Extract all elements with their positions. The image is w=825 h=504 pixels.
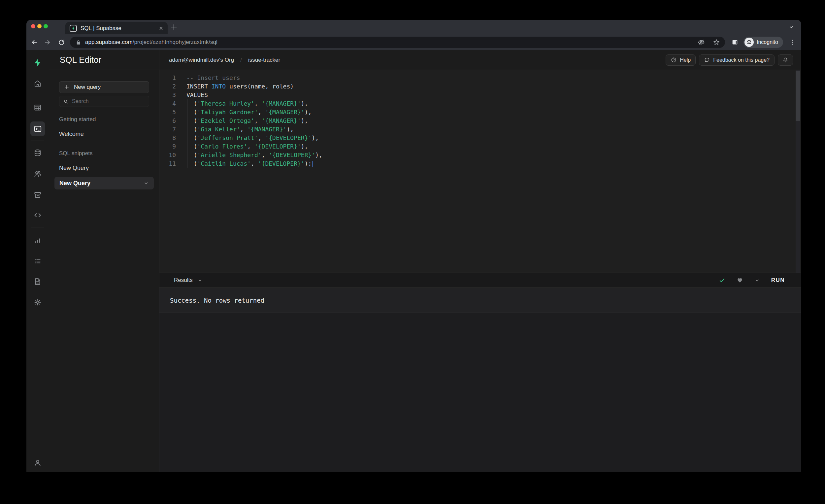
incognito-label: Incognito [757, 39, 778, 45]
api-docs-icon[interactable] [30, 274, 45, 289]
code-line[interactable]: 3VALUES [159, 91, 801, 99]
address-bar[interactable]: app.supabase.com/project/azahtnhqohyjerz… [70, 37, 725, 48]
run-options-chevron-icon[interactable] [754, 278, 760, 283]
code-line[interactable]: 10 ('Arielle Shepherd', '{DEVELOPER}'), [159, 151, 801, 159]
search-input[interactable] [72, 98, 145, 104]
indent-guide [187, 99, 188, 168]
eye-slash-icon[interactable] [697, 38, 705, 46]
line-number: 3 [159, 91, 176, 99]
sidebar-item-welcome[interactable]: Welcome [59, 131, 149, 138]
section-label-getting-started: Getting started [59, 116, 149, 123]
breadcrumb-org[interactable]: adam@windmill.dev's Org [169, 57, 234, 63]
code-editor[interactable]: 1-- Insert users2INSERT INTO users(name,… [159, 70, 801, 273]
side-panel-icon[interactable] [731, 38, 739, 46]
new-query-button-label: New query [74, 84, 101, 90]
editor-scrollbar[interactable] [796, 70, 800, 273]
line-number: 8 [159, 134, 176, 142]
storage-icon[interactable] [30, 188, 45, 202]
code-line[interactable]: 5 ('Taliyah Gardner', '{MANAGER}'), [159, 108, 801, 117]
authentication-icon[interactable] [30, 167, 45, 181]
incognito-icon [745, 38, 754, 47]
line-content: -- Insert users [176, 74, 240, 82]
sidebar-header: SQL Editor [49, 50, 159, 70]
reload-button[interactable] [57, 38, 65, 46]
new-tab-button[interactable] [168, 22, 179, 32]
url-text: app.supabase.com/project/azahtnhqohyjerz… [85, 39, 218, 46]
help-button[interactable]: Help [666, 55, 696, 66]
notifications-button[interactable] [778, 55, 793, 66]
reports-icon[interactable] [30, 233, 45, 248]
valid-check-icon [719, 277, 725, 284]
code-line[interactable]: 2INSERT INTO users(name, roles) [159, 82, 801, 91]
line-content: ('Jefferson Pratt', '{DEVELOPER}'), [176, 134, 319, 142]
code-line[interactable]: 8 ('Jefferson Pratt', '{DEVELOPER}'), [159, 134, 801, 142]
plus-icon [64, 84, 70, 90]
line-number: 11 [159, 159, 176, 168]
tab-close-icon[interactable] [158, 26, 164, 31]
run-button[interactable]: RUN [771, 277, 785, 284]
edge-functions-icon[interactable] [30, 208, 45, 222]
bell-icon [782, 57, 789, 63]
code-line[interactable]: 6 ('Ezekiel Ortega', '{MANAGER}'), [159, 117, 801, 125]
line-content: ('Caitlin Lucas', '{DEVELOPER}'); [176, 159, 312, 168]
line-content: ('Carlo Flores', '{DEVELOPER}'), [176, 142, 308, 151]
sidebar-item-new-query-selected[interactable]: New Query [55, 177, 154, 190]
traffic-minimize-button[interactable] [37, 24, 42, 28]
help-button-label: Help [680, 57, 691, 63]
back-button[interactable] [30, 38, 38, 46]
supabase-logo-icon[interactable] [30, 56, 45, 70]
browser-menu-icon[interactable] [789, 38, 796, 46]
browser-window: SQL | Supabase app.supabase.com/project/… [26, 20, 801, 472]
code-line[interactable]: 9 ('Carlo Flores', '{DEVELOPER}'), [159, 142, 801, 151]
url-path: /project/azahtnhqohyjerzaxtmk/sql [133, 39, 218, 45]
database-icon[interactable] [30, 146, 45, 160]
line-number: 2 [159, 82, 176, 91]
tab-search-chevron-icon[interactable] [787, 22, 796, 32]
tab-strip: SQL | Supabase [26, 20, 801, 34]
scrollbar-thumb[interactable] [796, 71, 800, 121]
table-editor-icon[interactable] [30, 100, 45, 115]
page-title: SQL Editor [60, 55, 101, 65]
favorite-heart-icon[interactable] [737, 277, 743, 284]
traffic-close-button[interactable] [31, 24, 35, 28]
incognito-badge: Incognito [744, 37, 783, 48]
account-icon[interactable] [30, 455, 45, 470]
line-number: 7 [159, 125, 176, 134]
settings-icon[interactable] [30, 295, 45, 309]
results-dropdown[interactable]: Results [174, 277, 203, 284]
text-cursor [312, 161, 312, 167]
sql-editor-sidebar: SQL Editor New query Getting started Wel… [49, 50, 159, 472]
code-line[interactable]: 1-- Insert users [159, 74, 801, 82]
logs-icon[interactable] [30, 254, 45, 268]
selected-snippet-label: New Query [59, 180, 90, 187]
line-content: INSERT INTO users(name, roles) [176, 82, 294, 91]
code-line[interactable]: 11 ('Caitlin Lucas', '{DEVELOPER}'); [159, 159, 801, 168]
browser-tab[interactable]: SQL | Supabase [65, 22, 168, 34]
lock-icon [75, 39, 82, 46]
traffic-zoom-button[interactable] [44, 24, 48, 28]
section-label-sql-snippets: SQL snippets [59, 150, 149, 157]
sql-editor-icon[interactable] [30, 122, 45, 136]
line-number: 1 [159, 74, 176, 82]
bookmark-star-icon[interactable] [712, 38, 721, 46]
line-number: 10 [159, 151, 176, 159]
breadcrumb-project[interactable]: issue-tracker [248, 57, 280, 63]
editor-lines: 1-- Insert users2INSERT INTO users(name,… [159, 74, 801, 168]
chevron-down-icon[interactable] [143, 180, 149, 186]
feedback-button[interactable]: Feedback on this page? [699, 55, 774, 66]
question-circle-icon [671, 57, 677, 63]
code-line[interactable]: 7 ('Gia Keller', '{MANAGER}'), [159, 125, 801, 134]
sidebar-item-new-query[interactable]: New Query [59, 165, 149, 172]
home-icon[interactable] [30, 76, 45, 91]
search-box[interactable] [59, 96, 149, 107]
main-panel: adam@windmill.dev's Org / issue-tracker … [159, 50, 801, 472]
main-header: adam@windmill.dev's Org / issue-tracker … [159, 50, 801, 70]
line-content: ('Ezekiel Ortega', '{MANAGER}'), [176, 117, 308, 125]
new-query-button[interactable]: New query [59, 81, 149, 93]
forward-button[interactable] [44, 38, 52, 46]
line-number: 9 [159, 142, 176, 151]
search-icon [63, 99, 69, 104]
code-line[interactable]: 4 ('Theresa Hurley', '{MANAGER}'), [159, 99, 801, 108]
line-content: ('Taliyah Gardner', '{MANAGER}'), [176, 108, 311, 117]
breadcrumb-separator: / [240, 57, 242, 63]
